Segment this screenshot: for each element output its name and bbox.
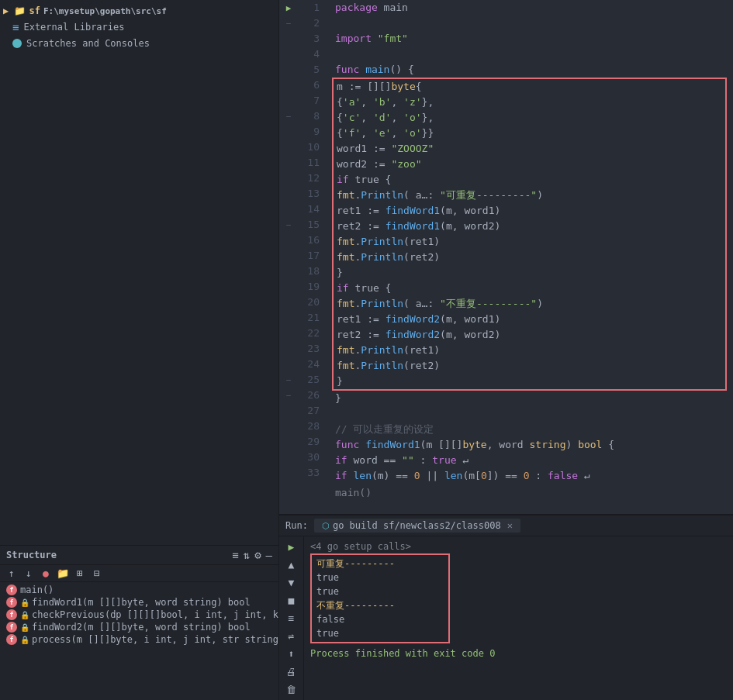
code-line-11: word2 := "zoo" [337,157,722,172]
gutter-17 [279,186,298,202]
code-lines[interactable]: package main import "fmt" func main() { … [329,0,733,514]
settings-button[interactable]: ⚙ [254,549,261,561]
code-line-30: if word == "" : true ↵ [335,453,727,468]
linenum-20: 20 [304,295,320,310]
struct-badge-fw1: f [6,597,17,608]
run-tab[interactable]: ⬡ go build sf/newclass2/class008 ✕ [314,519,520,533]
output-line-6: true [316,626,444,640]
linenum-22: 22 [304,326,320,341]
gutter-9 [279,62,298,78]
sidebar-item-scratches[interactable]: Scratches and Consoles [0,36,278,51]
struct-item-findword2[interactable]: f 🔒 findWord2(m [][]byte, word string) b… [3,621,275,633]
struct-badge-proc: f [6,634,17,645]
linenum-3: 3 [304,31,320,47]
code-line-13: fmt.Println( a…: "可重复---------") [337,188,722,203]
struct-item-findword1[interactable]: f 🔒 findWord1(m [][]byte, word string) b… [3,596,275,609]
folder-struct-icon[interactable]: 📁 [56,567,70,579]
struct-name-fw2: findWord2(m [][]byte, word string) bool [32,622,251,633]
code-line-status: main() [335,485,727,501]
editor-area: ▶ − − − [279,0,733,700]
code-line-6: m := [][]byte{ [337,79,722,95]
lock-icon-fw1: 🔒 [20,598,29,607]
sort-down-icon[interactable]: ↓ [22,567,36,579]
run-format-button[interactable]: ≡ [282,611,301,626]
gutter-7 [279,31,298,47]
linenum-9: 9 [304,124,320,140]
close-run-tab-button[interactable]: ✕ [507,520,513,531]
close-structure-button[interactable]: — [266,549,272,561]
code-line-17: fmt.Println(ret2) [337,250,722,265]
output-line-5: false [316,612,444,626]
code-line-23: fmt.Println(ret1) [337,343,722,358]
folder-icon: ▶ 📁 [3,5,26,16]
struct-badge-main: f [6,584,17,595]
run-upload-button[interactable]: ⬆ [282,647,301,661]
linenum-12: 12 [304,171,320,186]
linenum-1: 1 [304,0,320,16]
struct-name-proc: process(m [][]byte, i int, j int, str st… [32,634,278,645]
code-line-26: } [335,391,727,406]
structure-panel: Structure ≡ ⇅ ⚙ — ↑ ↓ ● 📁 ⊞ ⊟ f main [0,545,278,700]
gutter-fold-6[interactable]: − [279,16,298,31]
structure-items: f main() f 🔒 findWord1(m [][]byte, word … [0,582,278,700]
code-line-15: ret2 := findWord1(m, word2) [337,219,722,234]
collapse-icon[interactable]: ⊟ [90,567,104,579]
linenum-17: 17 [304,248,320,264]
code-line-9: {'f', 'e', 'o'}} [337,126,722,141]
run-play-button[interactable]: ▶ [282,540,301,554]
code-line-20: fmt.Println( a…: "不重复---------") [337,296,722,312]
sort-desc-button[interactable]: ⇅ [244,549,250,561]
sort-alpha-button[interactable]: ≡ [232,549,238,561]
run-delete-button[interactable]: 🗑 [282,682,301,697]
struct-item-main[interactable]: f main() [3,584,275,596]
sidebar-item-external[interactable]: ≡ External Libraries [0,19,278,36]
gutter-fold-29[interactable]: − [279,372,298,388]
lock-icon-cp: 🔒 [20,611,29,619]
code-line-5: func main() { [335,62,727,78]
run-print-button[interactable]: 🖨 [282,664,301,679]
code-line-16: fmt.Println(ret1) [337,234,722,250]
run-sidebar: ▶ ▲ ▼ ■ ≡ ⇌ ⬆ 🖨 🗑 [279,536,304,700]
main-layout: ▶ 📁 sf F:\mysetup\gopath\src\sf ≡ Extern… [0,0,733,700]
output-line-2: true [316,571,444,584]
run-panel: Run: ⬡ go build sf/newclass2/class008 ✕ … [279,514,733,700]
sort-up-icon[interactable]: ↑ [5,567,19,579]
gutter-10 [279,78,298,93]
gutter-fold-12[interactable]: − [279,109,298,124]
gutter-run-5[interactable]: ▶ [279,0,298,16]
run-wrap-button[interactable]: ⇌ [282,629,301,643]
project-path: F:\mysetup\gopath\src\sf [43,6,167,16]
run-scroll-down-button[interactable]: ▼ [282,575,301,590]
run-scroll-up-button[interactable]: ▲ [282,557,301,572]
run-header: Run: ⬡ go build sf/newclass2/class008 ✕ [279,516,733,536]
output-line-1: 可重复--------- [316,557,444,571]
gutter-23 [279,279,298,295]
editor-wrapper[interactable]: ▶ − − − [279,0,733,514]
run-stop-button[interactable]: ■ [282,593,301,608]
linenum-26: 26 [304,388,320,403]
gutter-fold-30[interactable]: − [279,388,298,403]
linenum-8: 8 [304,109,320,124]
expand-icon[interactable]: ⊞ [73,567,87,579]
struct-name-cp: checkPrevious(dp [][][]bool, i int, j in… [32,609,278,620]
library-icon: ≡ [12,21,19,33]
struct-item-process[interactable]: f 🔒 process(m [][]byte, i int, j int, st… [3,633,275,646]
linenum-25: 25 [304,372,320,388]
linenum-19: 19 [304,279,320,295]
error-icon[interactable]: ● [39,567,53,579]
struct-item-checkprev[interactable]: f 🔒 checkPrevious(dp [][][]bool, i int, … [3,609,275,621]
linenum-4: 4 [304,47,320,62]
gutter-24 [279,295,298,310]
lock-icon-proc: 🔒 [20,636,29,644]
linenum-24: 24 [304,357,320,372]
scratch-dot-icon [12,39,22,48]
sidebar-item-project[interactable]: ▶ 📁 sf F:\mysetup\gopath\src\sf [0,3,278,19]
gutter-16 [279,171,298,186]
gutter-fold-19[interactable]: − [279,217,298,233]
linenum-5: 5 [304,62,320,78]
gutter-11 [279,93,298,109]
run-content: ▶ ▲ ▼ ■ ≡ ⇌ ⬆ 🖨 🗑 <4 go setup calls> 可重复… [279,536,733,700]
run-output: <4 go setup calls> 可重复--------- true tru… [304,536,733,700]
code-line-1: package main [335,0,727,16]
code-line-8: {'c', 'd', 'o'}, [337,110,722,126]
